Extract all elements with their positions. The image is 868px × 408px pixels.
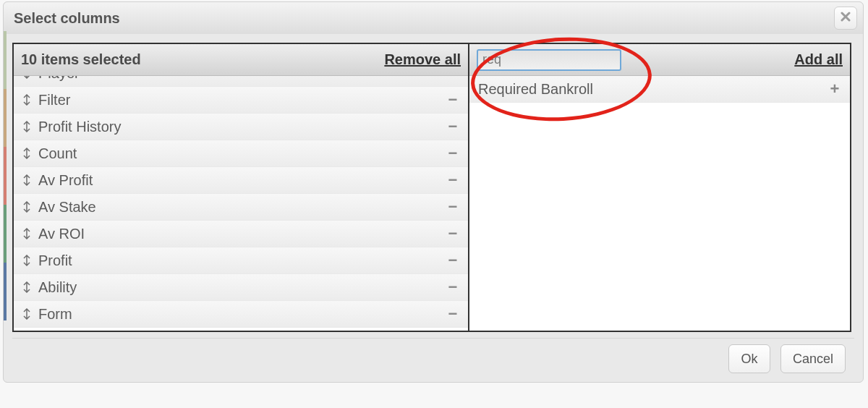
dialog-title: Select columns [14,10,120,27]
drag-handle-icon[interactable] [20,228,34,239]
minus-icon: − [448,119,458,135]
selected-pane: 10 items selected Remove all Player−Filt… [14,44,469,331]
remove-item-button[interactable]: − [445,306,461,322]
selected-list: Player−Filter−Profit History−Count−Av Pr… [14,76,468,331]
list-item[interactable]: Ability− [14,274,468,301]
drag-handle-icon[interactable] [20,281,34,293]
list-item[interactable]: Required Bankroll+ [469,76,850,103]
minus-icon: − [448,279,458,295]
drag-handle-icon[interactable] [20,308,34,320]
selected-count-label: 10 items selected [21,51,141,68]
page-edge-stripe [4,31,7,320]
remove-item-button[interactable]: − [445,119,461,135]
minus-icon: − [448,306,458,322]
close-icon [841,12,851,25]
list-item-label: Ability [38,279,445,296]
remove-item-button[interactable]: − [445,226,461,242]
remove-item-button[interactable]: − [445,76,461,81]
drag-handle-icon[interactable] [20,94,34,106]
add-item-button[interactable]: + [827,81,843,97]
drag-handle-icon[interactable] [20,201,34,213]
list-item-label: Av Stake [38,199,445,216]
list-item-label: Player [38,76,445,82]
list-item-label: Profit History [38,119,445,135]
search-input[interactable] [477,49,621,71]
list-item[interactable]: Av ROI− [14,221,468,247]
drag-handle-icon[interactable] [20,76,34,79]
remove-item-button[interactable]: − [445,172,461,188]
add-all-link[interactable]: Add all [794,51,843,68]
minus-icon: − [448,76,458,81]
list-item[interactable]: Form− [14,301,468,328]
list-item[interactable]: Player− [14,76,468,87]
list-item[interactable]: Av Stake− [14,194,468,221]
minus-icon: − [448,172,458,188]
drag-handle-icon[interactable] [20,174,34,186]
list-item-label: Av ROI [38,226,445,242]
minus-icon: − [448,226,458,242]
columns-container: 10 items selected Remove all Player−Filt… [12,43,851,332]
remove-item-button[interactable]: − [445,199,461,215]
list-item[interactable]: Profit− [14,247,468,274]
remove-item-button[interactable]: − [445,252,461,268]
list-item[interactable]: Av Profit− [14,167,468,194]
drag-handle-icon[interactable] [20,148,34,159]
cancel-button[interactable]: Cancel [780,344,846,373]
list-item[interactable]: Count− [14,140,468,167]
minus-icon: − [448,92,458,108]
list-item-label: Profit [38,252,445,269]
plus-icon: + [830,81,840,97]
list-item-label: Count [38,145,445,162]
drag-handle-icon[interactable] [20,255,34,266]
dialog-body: 10 items selected Remove all Player−Filt… [4,34,863,382]
list-item-label: Filter [38,92,445,109]
selected-pane-header: 10 items selected Remove all [14,44,468,76]
list-item-label: Form [38,306,445,323]
available-list: Required Bankroll+ [469,76,850,331]
dialog-footer: Ok Cancel [12,338,854,373]
minus-icon: − [448,199,458,215]
ok-button[interactable]: Ok [728,344,770,373]
remove-item-button[interactable]: − [445,145,461,161]
minus-icon: − [448,145,458,161]
list-item[interactable]: Profit History− [14,114,468,140]
list-item-label: Required Bankroll [478,81,827,98]
remove-item-button[interactable]: − [445,279,461,295]
remove-item-button[interactable]: − [445,92,461,108]
drag-handle-icon[interactable] [20,121,34,132]
remove-all-link[interactable]: Remove all [384,51,461,68]
dialog-header: Select columns [4,2,863,34]
close-button[interactable] [834,7,857,30]
list-item-label: Av Profit [38,172,445,189]
available-pane-header: Add all [469,44,850,76]
available-pane: Add all Required Bankroll+ [469,44,850,331]
list-item[interactable]: Filter− [14,87,468,114]
select-columns-dialog: Select columns 10 items selected Remove … [3,1,864,383]
minus-icon: − [448,252,458,268]
